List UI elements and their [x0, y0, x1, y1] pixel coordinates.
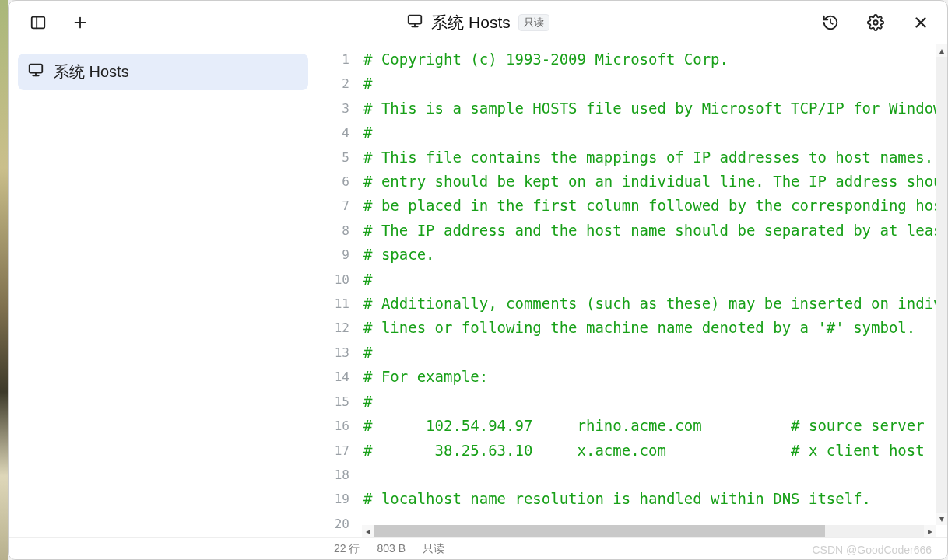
code-line: 3# This is a sample HOSTS file used by M… [318, 96, 947, 121]
statusbar: 22 行 803 B 只读 CSDN @GoodCoder666 [9, 537, 947, 559]
code-text: # This is a sample HOSTS file used by Mi… [357, 96, 947, 121]
code-text: # 102.54.94.97 rhino.acme.com # source s… [357, 414, 947, 438]
code-line: 12# lines or following the machine name … [318, 316, 947, 340]
svg-rect-0 [32, 17, 45, 29]
code-line: 13# [318, 341, 947, 365]
line-number: 6 [318, 170, 357, 194]
line-number: 19 [318, 487, 357, 511]
code-text: # [357, 341, 947, 365]
line-number: 18 [318, 463, 357, 487]
line-number: 20 [318, 512, 357, 536]
monitor-icon [406, 12, 423, 33]
line-number: 14 [318, 365, 357, 389]
editor-pane: 1# Copyright (c) 1993-2009 Microsoft Cor… [318, 44, 947, 537]
status-size: 803 B [377, 542, 406, 556]
code-text: # localhost name resolution is handled w… [357, 487, 947, 511]
code-line: 19# localhost name resolution is handled… [318, 487, 947, 511]
line-number: 3 [318, 96, 357, 121]
watermark: CSDN @GoodCoder666 [812, 544, 932, 556]
code-text: # The IP address and the host name shoul… [357, 219, 947, 243]
scroll-right-arrow-icon[interactable]: ▸ [924, 525, 936, 537]
code-text: # [357, 268, 947, 292]
close-icon [912, 14, 929, 31]
editor-wrap: 1# Copyright (c) 1993-2009 Microsoft Cor… [318, 44, 947, 537]
line-number: 7 [318, 194, 357, 218]
history-button[interactable] [816, 9, 844, 37]
code-text: # entry should be kept on an individual … [357, 170, 947, 194]
add-button[interactable] [66, 9, 94, 37]
line-number: 10 [318, 268, 357, 292]
scroll-left-arrow-icon[interactable]: ◂ [362, 525, 374, 537]
svg-rect-10 [30, 65, 43, 73]
h-scroll-track[interactable] [374, 525, 924, 537]
line-number: 17 [318, 439, 357, 463]
code-line: 17# 38.25.63.10 x.acme.com # x client ho… [318, 439, 947, 463]
status-mode: 只读 [423, 542, 444, 556]
readonly-badge: 只读 [518, 14, 549, 31]
code-text: # Copyright (c) 1993-2009 Microsoft Corp… [357, 47, 947, 72]
code-line: 1# Copyright (c) 1993-2009 Microsoft Cor… [318, 47, 947, 72]
h-scroll-thumb[interactable] [374, 525, 825, 537]
window-title: 系统 Hosts [431, 12, 511, 33]
desktop-background-strip [0, 0, 8, 560]
line-number: 16 [318, 414, 357, 438]
gear-icon [867, 14, 884, 31]
line-number: 11 [318, 292, 357, 316]
code-text: # 38.25.63.10 x.acme.com # x client host [357, 439, 947, 463]
sidebar: 系统 Hosts [9, 44, 318, 537]
scroll-down-arrow-icon[interactable]: ▾ [936, 513, 947, 525]
code-text: # This file contains the mappings of IP … [357, 145, 947, 170]
line-number: 5 [318, 145, 357, 170]
code-text: # [357, 72, 947, 96]
code-line: 10# [318, 268, 947, 292]
code-line: 4# [318, 121, 947, 145]
line-number: 12 [318, 316, 357, 340]
code-line: 2# [318, 72, 947, 96]
svg-point-7 [873, 20, 878, 25]
scroll-up-arrow-icon[interactable]: ▴ [936, 44, 947, 57]
v-scroll-track[interactable] [936, 57, 947, 513]
code-line: 8# The IP address and the host name shou… [318, 219, 947, 243]
code-text: # be placed in the first column followed… [357, 194, 947, 218]
panel-left-icon [30, 14, 47, 31]
code-text [357, 463, 947, 487]
code-line: 6# entry should be kept on an individual… [318, 170, 947, 194]
plus-icon [72, 14, 89, 31]
code-line: 7# be placed in the first column followe… [318, 194, 947, 218]
code-text: # For example: [357, 365, 947, 389]
line-number: 2 [318, 72, 357, 96]
code-line: 11# Additionally, comments (such as thes… [318, 292, 947, 316]
svg-rect-4 [409, 16, 422, 24]
code-text: # space. [357, 243, 947, 267]
toggle-sidebar-button[interactable] [24, 9, 52, 37]
line-number: 1 [318, 47, 357, 72]
history-icon [822, 14, 839, 31]
monitor-icon [27, 61, 44, 82]
line-number: 4 [318, 121, 357, 145]
close-button[interactable] [907, 9, 935, 37]
sidebar-item-system-hosts[interactable]: 系统 Hosts [18, 54, 308, 90]
sidebar-item-label: 系统 Hosts [54, 61, 129, 82]
titlebar: 系统 Hosts 只读 [9, 1, 947, 44]
code-line: 18 [318, 463, 947, 487]
vertical-scrollbar[interactable]: ▴ ▾ [936, 44, 947, 525]
body: 系统 Hosts 1# Copyright (c) 1993-2009 Micr… [9, 44, 947, 537]
code-line: 15# [318, 390, 947, 414]
settings-button[interactable] [862, 9, 890, 37]
line-number: 13 [318, 341, 357, 365]
line-number: 8 [318, 219, 357, 243]
status-lines: 22 行 [334, 542, 360, 556]
code-line: 14# For example: [318, 365, 947, 389]
horizontal-scrollbar[interactable]: ◂ ▸ [362, 525, 936, 537]
code-text: # [357, 390, 947, 414]
app-window: 系统 Hosts 只读 [8, 0, 948, 560]
code-line: 9# space. [318, 243, 947, 267]
code-text: # [357, 121, 947, 145]
editor[interactable]: 1# Copyright (c) 1993-2009 Microsoft Cor… [318, 44, 947, 537]
code-line: 16# 102.54.94.97 rhino.acme.com # source… [318, 414, 947, 438]
line-number: 9 [318, 243, 357, 267]
code-text: # lines or following the machine name de… [357, 316, 947, 340]
code-line: 5# This file contains the mappings of IP… [318, 145, 947, 170]
code-text: # Additionally, comments (such as these)… [357, 292, 947, 316]
line-number: 15 [318, 390, 357, 414]
